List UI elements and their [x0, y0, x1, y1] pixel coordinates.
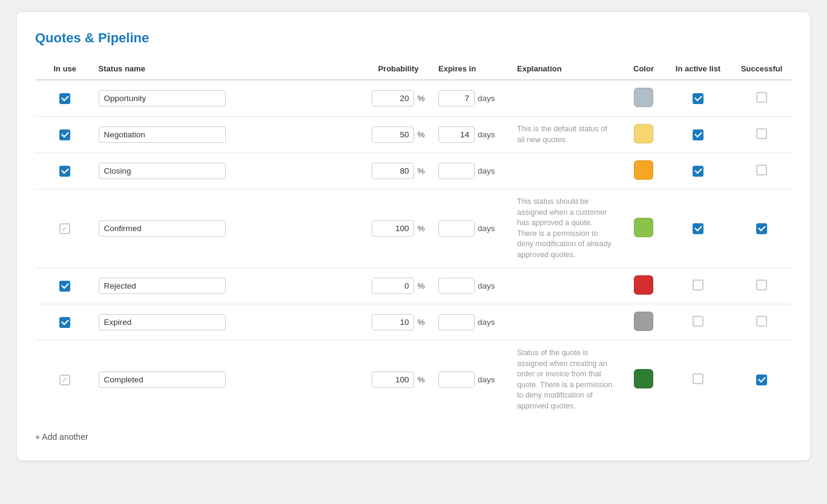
percent-label-closing: % [417, 166, 424, 175]
expires-in-cell-rejected: days [435, 268, 513, 304]
expires-in-cell-negotiation: days [435, 117, 513, 153]
color-swatch-confirmed[interactable] [634, 218, 653, 237]
in-use-checkbox-opportunity[interactable] [59, 93, 70, 104]
expires-in-input-closing[interactable] [438, 163, 475, 179]
color-swatch-expired[interactable] [634, 312, 653, 331]
add-another-button[interactable]: + Add another [35, 432, 88, 442]
successful-checkbox-completed[interactable] [756, 375, 767, 385]
in-use-cell-rejected[interactable] [35, 268, 95, 304]
color-swatch-negotiation[interactable] [634, 124, 653, 143]
successful-cell-expired[interactable] [731, 304, 792, 341]
color-cell-rejected[interactable] [622, 268, 665, 304]
in-use-checkbox-expired[interactable] [59, 317, 70, 328]
color-cell-opportunity[interactable] [622, 80, 665, 117]
probability-input-rejected[interactable] [372, 278, 414, 294]
successful-cell-rejected[interactable] [731, 268, 792, 304]
color-cell-closing[interactable] [622, 153, 665, 189]
color-swatch-rejected[interactable] [634, 275, 653, 295]
explanation-cell-closing [513, 153, 622, 189]
in-use-cell-completed[interactable] [35, 341, 95, 419]
in-use-cell-negotiation[interactable] [35, 117, 95, 153]
status-name-input-negotiation[interactable] [99, 126, 226, 143]
explanation-cell-opportunity [513, 80, 622, 117]
table-row: %days [35, 304, 792, 341]
in-use-cell-expired[interactable] [35, 304, 95, 341]
expires-in-input-opportunity[interactable] [438, 90, 475, 106]
status-name-input-closing[interactable] [99, 163, 226, 179]
table-row: %daysThis status should be assigned when… [35, 189, 792, 268]
page-title: Quotes & Pipeline [35, 30, 792, 46]
in-active-list-checkbox-completed[interactable] [693, 373, 703, 384]
successful-checkbox-negotiation[interactable] [756, 128, 767, 139]
expires-in-input-completed[interactable] [438, 371, 475, 388]
status-name-input-expired[interactable] [99, 314, 226, 330]
in-use-checkbox-negotiation[interactable] [59, 129, 70, 140]
status-name-input-completed[interactable] [99, 371, 226, 388]
probability-input-closing[interactable] [372, 163, 414, 179]
in-active-list-checkbox-expired[interactable] [693, 316, 703, 327]
percent-label-completed: % [417, 375, 424, 384]
days-label-completed: days [478, 375, 495, 384]
in-use-cell-opportunity[interactable] [35, 80, 95, 117]
percent-label-confirmed: % [417, 224, 424, 233]
in-active-list-cell-rejected[interactable] [665, 268, 731, 304]
color-cell-expired[interactable] [622, 304, 665, 341]
in-active-list-checkbox-negotiation[interactable] [693, 129, 703, 140]
status-name-input-confirmed[interactable] [99, 220, 226, 237]
in-use-checkbox-closing[interactable] [59, 166, 70, 177]
successful-cell-completed[interactable] [731, 341, 792, 419]
in-active-list-checkbox-opportunity[interactable] [693, 93, 703, 104]
color-cell-negotiation[interactable] [622, 117, 665, 153]
days-label-opportunity: days [478, 94, 495, 103]
in-use-cell-confirmed[interactable] [35, 189, 95, 268]
successful-checkbox-confirmed[interactable] [756, 223, 767, 234]
successful-cell-negotiation[interactable] [731, 117, 792, 153]
expires-in-input-confirmed[interactable] [438, 220, 475, 237]
expires-in-cell-opportunity: days [435, 80, 513, 117]
probability-input-confirmed[interactable] [372, 220, 414, 237]
in-active-list-checkbox-closing[interactable] [693, 166, 703, 177]
in-active-list-cell-closing[interactable] [665, 153, 731, 189]
probability-input-expired[interactable] [372, 314, 414, 330]
in-active-list-cell-expired[interactable] [665, 304, 731, 341]
color-cell-confirmed[interactable] [622, 189, 665, 268]
in-active-list-cell-completed[interactable] [665, 341, 731, 419]
expires-in-input-expired[interactable] [438, 314, 475, 330]
expires-in-input-negotiation[interactable] [438, 126, 475, 143]
in-active-list-cell-confirmed[interactable] [665, 189, 731, 268]
explanation-cell-negotiation: This is the default status of all new qu… [513, 117, 622, 153]
in-active-list-checkbox-confirmed[interactable] [693, 223, 703, 234]
expires-in-input-rejected[interactable] [438, 278, 475, 294]
probability-input-opportunity[interactable] [372, 90, 414, 106]
percent-label-rejected: % [417, 281, 424, 290]
probability-input-negotiation[interactable] [372, 126, 414, 143]
table-row: %days [35, 268, 792, 304]
in-use-cell-closing[interactable] [35, 153, 95, 189]
successful-checkbox-opportunity[interactable] [756, 92, 767, 103]
in-active-list-checkbox-rejected[interactable] [693, 280, 703, 290]
table-row: %daysThis is the default status of all n… [35, 117, 792, 153]
in-use-checkbox-rejected[interactable] [59, 281, 70, 292]
successful-cell-confirmed[interactable] [731, 189, 792, 268]
color-swatch-opportunity[interactable] [634, 88, 653, 107]
probability-input-completed[interactable] [372, 371, 414, 388]
in-active-list-cell-negotiation[interactable] [665, 117, 731, 153]
explanation-cell-expired [513, 304, 622, 341]
status-name-cell-confirmed [95, 189, 362, 268]
status-name-input-opportunity[interactable] [99, 90, 226, 106]
color-swatch-completed[interactable] [634, 369, 653, 388]
status-name-input-rejected[interactable] [99, 278, 226, 294]
probability-cell-confirmed: % [362, 189, 435, 268]
successful-checkbox-expired[interactable] [756, 316, 767, 327]
color-cell-completed[interactable] [622, 341, 665, 419]
in-active-list-cell-opportunity[interactable] [665, 80, 731, 117]
successful-cell-closing[interactable] [731, 153, 792, 189]
successful-checkbox-closing[interactable] [756, 165, 767, 175]
color-swatch-closing[interactable] [634, 160, 653, 180]
successful-checkbox-rejected[interactable] [756, 280, 767, 290]
in-use-checkbox-completed[interactable] [59, 375, 70, 385]
explanation-text-completed: Status of the quote is assigned when cre… [517, 348, 614, 411]
col-color: Color [622, 59, 665, 80]
in-use-checkbox-confirmed[interactable] [59, 223, 70, 234]
successful-cell-opportunity[interactable] [731, 80, 792, 117]
